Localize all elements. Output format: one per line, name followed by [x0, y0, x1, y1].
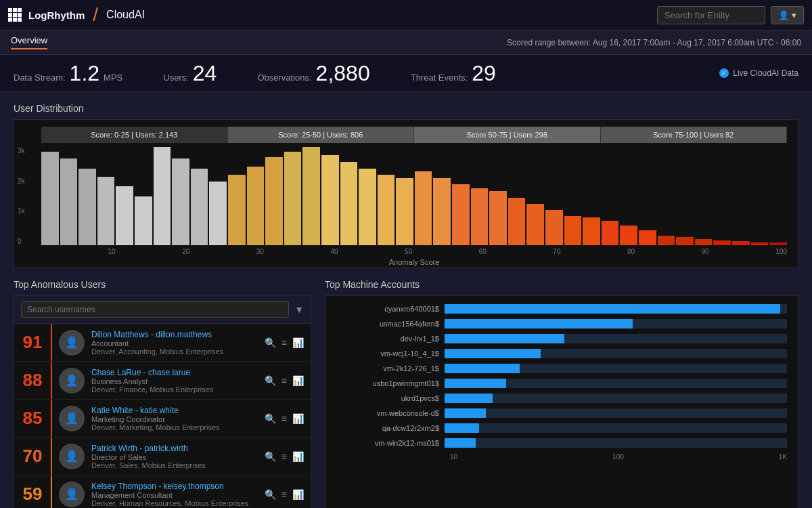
chart-user-icon[interactable]: 📊 [292, 337, 304, 348]
users-label: Users: [163, 72, 189, 83]
product-name: CloudAI [106, 9, 145, 21]
bar [60, 158, 78, 245]
search-user-icon[interactable]: 🔍 [265, 489, 276, 500]
logo-grid [8, 8, 22, 22]
machine-name: vm-win2k12-ms01$ [336, 439, 445, 447]
chart-user-icon[interactable]: 📊 [292, 451, 304, 462]
list-item: vm-webconsole-d$ [336, 408, 787, 418]
search-user-icon[interactable]: 🔍 [265, 451, 276, 462]
overview-tab[interactable]: Overview [11, 35, 47, 49]
bar [695, 239, 713, 245]
user-score: 85 [14, 400, 52, 437]
table-row[interactable]: 85 👤 Katie White - katie.white Marketing… [14, 400, 311, 438]
user-name: Patrick Wirth - patrick.wirth [91, 444, 258, 453]
table-row[interactable]: 59 👤 Kelsey Thompson - kelsey.thompson M… [14, 475, 311, 508]
bar [359, 169, 376, 245]
bar [284, 152, 302, 245]
machine-name: cyanxm640001$ [336, 305, 445, 313]
filter-icon[interactable]: ▼ [294, 304, 304, 315]
data-stream-label: Data Stream: [14, 72, 66, 83]
bar [378, 175, 395, 245]
distribution-section: User Distribution Score: 0-25 | Users: 2… [14, 103, 798, 268]
machine-bar [445, 423, 479, 433]
observations-stat: Observations: 2,880 [257, 62, 369, 84]
list-user-icon[interactable]: ≡ [281, 489, 287, 500]
y-axis-label: 1k [18, 207, 25, 215]
user-actions: 🔍 ≡ 📊 [258, 413, 311, 424]
user-info: Kelsey Thompson - kelsey.thompson Manage… [91, 482, 258, 507]
user-icon: 👤 [778, 10, 789, 20]
user-name: Kelsey Thompson - kelsey.thompson [91, 482, 258, 491]
machine-bar [445, 304, 780, 314]
machines-section: Top Machine Accounts cyanxm640001$ usmac… [325, 279, 798, 508]
users-list: 91 👤 Dillon Matthews - dillon.matthews A… [14, 324, 311, 508]
machine-bar-container [445, 349, 787, 358]
machine-bar-container [445, 379, 787, 388]
user-name: Chase LaRue - chase.larue [91, 368, 258, 377]
user-score: 70 [14, 438, 52, 475]
users-title: Top Anomalous Users [14, 279, 311, 290]
bar [751, 242, 769, 245]
chart-user-icon[interactable]: 📊 [292, 375, 304, 386]
chart-bars [41, 147, 787, 245]
distribution-title: User Distribution [14, 103, 798, 114]
x-axis-label: 60 [479, 248, 487, 255]
user-menu-button[interactable]: 👤 ▾ [771, 6, 804, 24]
list-item: vm-2k12-726_1$ [336, 364, 787, 373]
machine-x-label: 1K [779, 453, 787, 461]
x-axis-label: 80 [627, 248, 635, 255]
user-dropdown-arrow: ▾ [792, 10, 796, 20]
user-score: 59 [14, 475, 52, 508]
bar [340, 162, 358, 245]
user-name: Dillon Matthews - dillon.matthews [91, 330, 258, 339]
machine-name: usbo1pwinmgmt01$ [336, 379, 445, 387]
x-axis-label: 20 [182, 248, 189, 255]
logo-area: LogRhythm / CloudAI [8, 4, 145, 26]
table-row[interactable]: 88 👤 Chase LaRue - chase.larue Business … [14, 362, 311, 400]
list-user-icon[interactable]: ≡ [281, 413, 287, 424]
search-user-icon[interactable]: 🔍 [265, 337, 276, 348]
chart-user-icon[interactable]: 📊 [292, 413, 304, 424]
bar [265, 157, 283, 246]
threat-events-label: Threat Events: [411, 72, 468, 83]
threat-events-value: 29 [472, 62, 496, 84]
search-user-icon[interactable]: 🔍 [265, 413, 276, 424]
list-user-icon[interactable]: ≡ [281, 375, 287, 386]
bar [209, 182, 227, 245]
machine-bar [445, 394, 493, 403]
bar [154, 147, 171, 245]
machine-bar [445, 364, 520, 373]
bar [676, 237, 694, 245]
list-user-icon[interactable]: ≡ [281, 337, 287, 348]
user-info: Katie White - katie.white Marketing Coor… [91, 406, 258, 431]
machine-bar-container [445, 438, 787, 448]
header: LogRhythm / CloudAI 👤 ▾ [0, 0, 812, 30]
x-axis-label: 30 [256, 248, 264, 255]
search-entity-input[interactable] [657, 6, 765, 24]
users-stat: Users: 24 [163, 62, 217, 84]
chart-user-icon[interactable]: 📊 [292, 489, 304, 500]
machine-bar-container [445, 334, 787, 343]
users-container: ▼ 91 👤 Dillon Matthews - dillon.matthews… [14, 295, 311, 508]
search-user-icon[interactable]: 🔍 [265, 375, 276, 386]
list-user-icon[interactable]: ≡ [281, 451, 287, 462]
table-row[interactable]: 70 👤 Patrick Wirth - patrick.wirth Direc… [14, 438, 311, 475]
user-location: Denver, Finance, Mobius Enterprises [91, 385, 258, 394]
table-row[interactable]: 91 👤 Dillon Matthews - dillon.matthews A… [14, 324, 311, 362]
machine-name: vm-webconsole-d$ [336, 409, 445, 417]
bar [433, 178, 451, 245]
machine-name: dev-lrx1_1$ [336, 335, 445, 343]
scored-range-text: Scored range between: Aug 16, 2017 7:00a… [507, 38, 801, 47]
data-stream-value: 1.2 [70, 62, 99, 84]
machine-x-label: 100 [612, 453, 624, 461]
user-score: 88 [14, 362, 52, 399]
bar [172, 158, 189, 245]
machine-bar [445, 349, 541, 358]
users-search-input[interactable] [21, 301, 289, 318]
user-location: Denver, Accounting, Mobius Enterprises [91, 347, 258, 356]
avatar: 👤 [59, 406, 85, 431]
bar [526, 204, 544, 245]
machine-bar [445, 408, 486, 418]
y-axis-label: 2k [18, 177, 25, 185]
bar [41, 152, 59, 245]
